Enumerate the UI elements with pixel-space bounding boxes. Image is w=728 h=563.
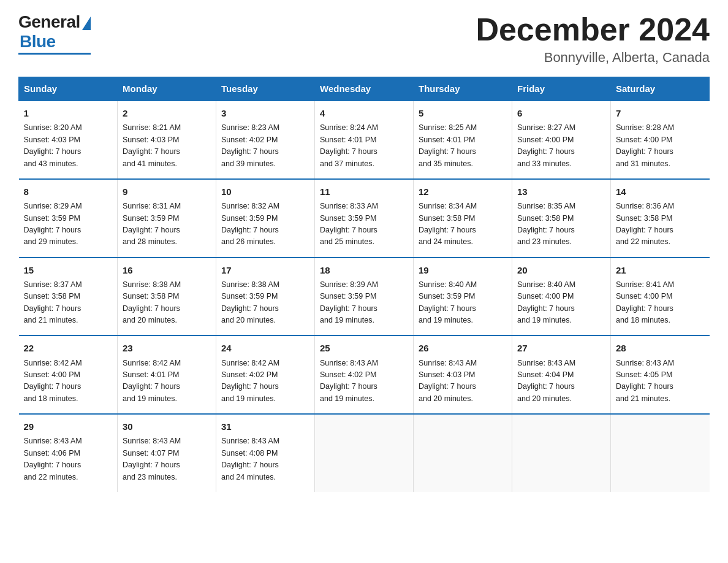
day-info-line: Daylight: 7 hours xyxy=(517,224,605,236)
col-header-saturday: Saturday xyxy=(611,77,710,101)
day-info-line: and 19 minutes. xyxy=(419,315,507,326)
day-info-line: and 23 minutes. xyxy=(517,236,605,248)
day-info-line: Sunrise: 8:34 AM xyxy=(419,201,507,212)
logo: General Blue xyxy=(18,12,91,55)
day-info-line: Sunset: 4:03 PM xyxy=(123,134,211,146)
day-info-line: Sunset: 3:59 PM xyxy=(320,213,408,224)
day-number: 12 xyxy=(419,185,507,199)
day-info-line: Daylight: 7 hours xyxy=(419,303,507,315)
calendar-cell: 13Sunrise: 8:35 AMSunset: 3:58 PMDayligh… xyxy=(512,179,611,258)
day-info-line: Sunset: 3:59 PM xyxy=(221,213,309,224)
day-info-line: and 25 minutes. xyxy=(320,236,408,248)
day-info-line: and 24 minutes. xyxy=(419,236,507,248)
day-info-line: Sunset: 3:59 PM xyxy=(320,291,408,302)
calendar-cell: 5Sunrise: 8:25 AMSunset: 4:01 PMDaylight… xyxy=(414,101,512,179)
day-info-line: Sunrise: 8:32 AM xyxy=(221,201,309,212)
day-info-line: Sunset: 4:03 PM xyxy=(419,369,507,381)
day-info-line: Daylight: 7 hours xyxy=(24,381,113,393)
day-number: 4 xyxy=(320,106,408,120)
calendar-cell: 16Sunrise: 8:38 AMSunset: 3:58 PMDayligh… xyxy=(118,258,216,336)
day-info-line: Sunrise: 8:38 AM xyxy=(123,279,211,291)
day-info-line: Sunset: 4:00 PM xyxy=(616,134,705,146)
page-header: General Blue December 2024 Bonnyville, A… xyxy=(18,12,710,66)
calendar-cell: 1Sunrise: 8:20 AMSunset: 4:03 PMDaylight… xyxy=(19,101,118,179)
calendar-cell: 11Sunrise: 8:33 AMSunset: 3:59 PMDayligh… xyxy=(315,179,414,258)
month-title: December 2024 xyxy=(476,12,710,47)
day-info-line: and 26 minutes. xyxy=(221,236,309,248)
day-info-line: Daylight: 7 hours xyxy=(616,146,705,158)
day-info-line: Daylight: 7 hours xyxy=(123,224,211,236)
day-number: 3 xyxy=(221,106,309,120)
day-info-line: Sunset: 3:58 PM xyxy=(123,291,211,302)
day-info-line: Daylight: 7 hours xyxy=(221,381,309,393)
day-info-line: Daylight: 7 hours xyxy=(221,459,309,471)
calendar-cell: 28Sunrise: 8:43 AMSunset: 4:05 PMDayligh… xyxy=(611,335,710,414)
day-number: 2 xyxy=(123,106,211,120)
day-info-line: Sunset: 4:07 PM xyxy=(123,448,211,459)
day-info-line: Daylight: 7 hours xyxy=(616,224,705,236)
calendar-cell: 10Sunrise: 8:32 AMSunset: 3:59 PMDayligh… xyxy=(216,179,315,258)
day-info-line: and 23 minutes. xyxy=(123,472,211,483)
day-info-line: Sunrise: 8:42 AM xyxy=(123,358,211,369)
day-number: 24 xyxy=(221,341,309,355)
day-number: 10 xyxy=(221,185,309,199)
day-info-line: Sunrise: 8:23 AM xyxy=(221,122,309,134)
day-info-line: Sunrise: 8:43 AM xyxy=(221,435,309,447)
day-info-line: Daylight: 7 hours xyxy=(320,303,408,315)
logo-general-text: General xyxy=(18,12,80,32)
day-number: 22 xyxy=(24,341,113,355)
logo-underline xyxy=(18,53,91,55)
day-info-line: and 19 minutes. xyxy=(221,393,309,405)
day-info-line: Sunset: 3:58 PM xyxy=(517,213,605,224)
day-info-line: and 39 minutes. xyxy=(221,158,309,170)
calendar-cell: 7Sunrise: 8:28 AMSunset: 4:00 PMDaylight… xyxy=(611,101,710,179)
day-info-line: and 41 minutes. xyxy=(123,158,211,170)
col-header-sunday: Sunday xyxy=(19,77,118,101)
day-info-line: Daylight: 7 hours xyxy=(616,303,705,315)
day-info-line: and 43 minutes. xyxy=(24,158,113,170)
day-info-line: Daylight: 7 hours xyxy=(24,303,113,315)
day-info-line: Sunset: 4:00 PM xyxy=(24,369,113,381)
day-info-line: Daylight: 7 hours xyxy=(517,146,605,158)
day-info-line: Sunset: 3:59 PM xyxy=(123,213,211,224)
day-info-line: Sunrise: 8:40 AM xyxy=(517,279,605,291)
day-info-line: Sunset: 4:02 PM xyxy=(221,134,309,146)
calendar-cell: 31Sunrise: 8:43 AMSunset: 4:08 PMDayligh… xyxy=(216,414,315,492)
day-number: 13 xyxy=(517,185,605,199)
title-block: December 2024 Bonnyville, Alberta, Canad… xyxy=(476,12,710,66)
day-number: 31 xyxy=(221,419,309,434)
calendar-cell xyxy=(611,414,710,492)
day-info-line: Sunrise: 8:27 AM xyxy=(517,122,605,134)
day-number: 30 xyxy=(123,419,211,434)
day-number: 23 xyxy=(123,341,211,355)
calendar-cell: 29Sunrise: 8:43 AMSunset: 4:06 PMDayligh… xyxy=(19,414,118,492)
day-info-line: Sunrise: 8:42 AM xyxy=(221,358,309,369)
day-info-line: Sunrise: 8:31 AM xyxy=(123,201,211,212)
day-info-line: Sunset: 3:59 PM xyxy=(221,291,309,302)
day-info-line: Daylight: 7 hours xyxy=(320,381,408,393)
day-number: 7 xyxy=(616,106,705,120)
logo-blue-text: Blue xyxy=(20,32,56,52)
day-info-line: Sunset: 3:58 PM xyxy=(419,213,507,224)
day-number: 20 xyxy=(517,263,605,277)
day-number: 26 xyxy=(419,341,507,355)
calendar-cell: 26Sunrise: 8:43 AMSunset: 4:03 PMDayligh… xyxy=(414,335,512,414)
day-info-line: and 20 minutes. xyxy=(419,393,507,405)
calendar-week-row: 1Sunrise: 8:20 AMSunset: 4:03 PMDaylight… xyxy=(19,101,710,179)
day-number: 6 xyxy=(517,106,605,120)
logo-triangle-icon xyxy=(82,17,91,30)
day-number: 5 xyxy=(419,106,507,120)
day-info-line: and 20 minutes. xyxy=(517,393,605,405)
day-info-line: Daylight: 7 hours xyxy=(123,381,211,393)
day-info-line: Daylight: 7 hours xyxy=(221,303,309,315)
day-info-line: Sunset: 3:58 PM xyxy=(616,213,705,224)
day-info-line: Sunrise: 8:35 AM xyxy=(517,201,605,212)
calendar-cell: 18Sunrise: 8:39 AMSunset: 3:59 PMDayligh… xyxy=(315,258,414,336)
day-info-line: Sunrise: 8:29 AM xyxy=(24,201,113,212)
day-info-line: Daylight: 7 hours xyxy=(419,381,507,393)
day-info-line: Sunrise: 8:25 AM xyxy=(419,122,507,134)
calendar-cell: 27Sunrise: 8:43 AMSunset: 4:04 PMDayligh… xyxy=(512,335,611,414)
day-number: 21 xyxy=(616,263,705,277)
calendar-cell: 2Sunrise: 8:21 AMSunset: 4:03 PMDaylight… xyxy=(118,101,216,179)
day-number: 8 xyxy=(24,185,113,199)
